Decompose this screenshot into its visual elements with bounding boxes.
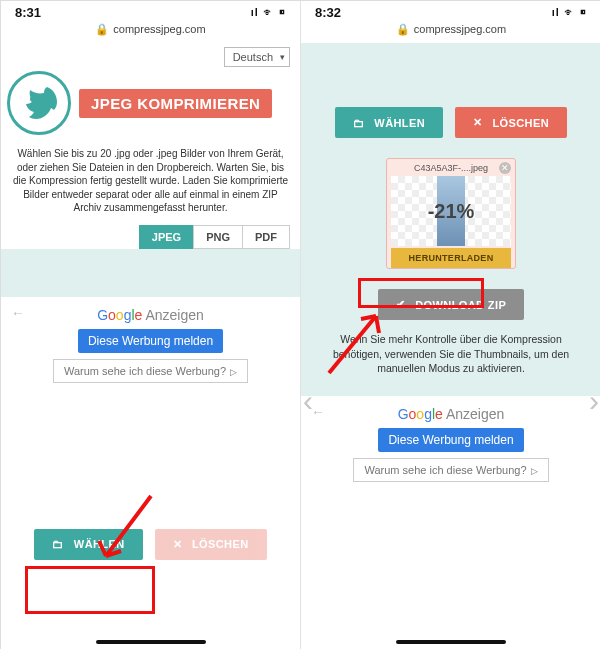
tab-png[interactable]: PNG bbox=[193, 225, 243, 249]
phone-right: 8:32 ıl ᯤ ◧ 🔒compressjpeg.com 🗀 WÄHLEN ✕… bbox=[301, 1, 600, 649]
status-icons: ıl ᯤ ◧ bbox=[552, 6, 587, 18]
language-select[interactable]: Deutsch ▾ bbox=[224, 47, 290, 67]
choose-button[interactable]: 🗀 WÄHLEN bbox=[335, 107, 443, 138]
chevron-down-icon: ▾ bbox=[280, 52, 285, 62]
ad-block: ← Google Anzeigen Diese Werbung melden W… bbox=[301, 396, 600, 494]
thumb-close-icon[interactable]: ✕ bbox=[499, 162, 511, 174]
tab-pdf[interactable]: PDF bbox=[242, 225, 290, 249]
thumb-preview: -21% bbox=[391, 176, 511, 246]
clear-label: LÖSCHEN bbox=[192, 538, 249, 550]
play-icon: ▷ bbox=[230, 367, 237, 377]
annotation-box-choose bbox=[25, 566, 155, 614]
intro-text: Wählen Sie bis zu 20 .jpg oder .jpeg Bil… bbox=[1, 141, 300, 225]
language-value: Deutsch bbox=[233, 51, 273, 63]
clock: 8:31 bbox=[15, 5, 41, 20]
close-icon: ✕ bbox=[473, 116, 482, 129]
status-icons: ıl ᯤ ◧ bbox=[251, 6, 286, 18]
clear-button[interactable]: ✕ LÖSCHEN bbox=[455, 107, 567, 138]
action-buttons: 🗀 WÄHLEN ✕ LÖSCHEN bbox=[1, 515, 300, 574]
thumb-filename: C43A5A3F-....jpeg bbox=[391, 163, 511, 176]
ad-why-button[interactable]: Warum sehe ich diese Werbung?▷ bbox=[53, 359, 248, 383]
status-bar: 8:32 ıl ᯤ ◧ bbox=[301, 1, 600, 23]
lock-icon: 🔒 bbox=[396, 23, 410, 35]
home-indicator[interactable] bbox=[396, 640, 506, 644]
url-text: compressjpeg.com bbox=[113, 23, 205, 35]
svg-point-0 bbox=[30, 96, 36, 102]
compression-pct: -21% bbox=[428, 200, 475, 223]
format-tabs: JPEG PNG PDF bbox=[1, 225, 300, 249]
close-icon: ✕ bbox=[173, 538, 182, 551]
status-bar: 8:31 ıl ᯤ ◧ bbox=[1, 1, 300, 23]
back-icon[interactable]: ← bbox=[11, 305, 25, 321]
dropzone[interactable] bbox=[1, 249, 300, 297]
url-text: compressjpeg.com bbox=[414, 23, 506, 35]
address-bar[interactable]: 🔒compressjpeg.com bbox=[301, 23, 600, 43]
ad-why-button[interactable]: Warum sehe ich diese Werbung?▷ bbox=[353, 458, 548, 482]
ad-heading: Google Anzeigen bbox=[1, 307, 300, 323]
folder-icon: 🗀 bbox=[353, 117, 364, 129]
folder-icon: 🗀 bbox=[52, 538, 63, 550]
ad-heading: Google Anzeigen bbox=[301, 406, 600, 422]
clear-button[interactable]: ✕ LÖSCHEN bbox=[155, 529, 267, 560]
choose-label: WÄHLEN bbox=[74, 538, 125, 550]
back-icon[interactable]: ← bbox=[311, 404, 325, 420]
ad-report-button[interactable]: Diese Werbung melden bbox=[78, 329, 223, 353]
manual-mode-note: Wenn Sie mehr Kontrolle über die Kompres… bbox=[301, 332, 600, 386]
phone-left: 8:31 ıl ᯤ ◧ 🔒compressjpeg.com Deutsch ▾ … bbox=[1, 1, 301, 649]
choose-label: WÄHLEN bbox=[374, 117, 425, 129]
site-title: JPEG KOMPRIMIEREN bbox=[79, 89, 272, 118]
tab-jpeg[interactable]: JPEG bbox=[139, 225, 194, 249]
play-icon: ▷ bbox=[531, 466, 538, 476]
choose-button[interactable]: 🗀 WÄHLEN bbox=[34, 529, 142, 560]
address-bar[interactable]: 🔒compressjpeg.com bbox=[1, 23, 300, 43]
home-indicator[interactable] bbox=[96, 640, 206, 644]
annotation-box-download bbox=[358, 278, 484, 308]
clock: 8:32 bbox=[315, 5, 341, 20]
site-logo bbox=[7, 71, 71, 135]
download-button[interactable]: HERUNTERLADEN bbox=[391, 248, 511, 268]
ad-block: ← Google Anzeigen Diese Werbung melden W… bbox=[1, 297, 300, 395]
result-thumbnail[interactable]: C43A5A3F-....jpeg ✕ -21% HERUNTERLADEN bbox=[386, 158, 516, 269]
clear-label: LÖSCHEN bbox=[492, 117, 549, 129]
lock-icon: 🔒 bbox=[95, 23, 109, 35]
ad-report-button[interactable]: Diese Werbung melden bbox=[378, 428, 523, 452]
